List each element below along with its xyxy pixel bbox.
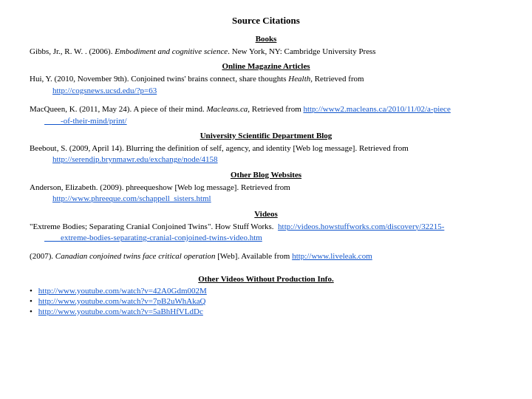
section-other-videos-heading: Other Videos Without Production Info.: [30, 274, 502, 283]
canadian-text: (2007). Canadian conjoined twins face cr…: [30, 251, 372, 260]
hui-link[interactable]: http://cogsnews.ucsd.edu/?p=63: [52, 86, 157, 95]
extreme-bodies-link[interactable]: http://videos.howstuffworks.com/discover…: [44, 222, 444, 242]
page-title: Source Citations: [30, 15, 502, 27]
entry-beebout: Beebout, S. (2009, April 14). Blurring t…: [30, 143, 502, 166]
canadian-link[interactable]: http://www.liveleak.com: [292, 251, 372, 260]
anderson-text: Anderson, Elizabeth. (2009). phreequesho…: [30, 183, 290, 191]
youtube-link-3[interactable]: http://www.youtube.com/watch?v=5aBhHfVLd…: [38, 307, 203, 316]
section-videos-heading: Videos: [30, 209, 502, 218]
beebout-text: Beebout, S. (2009, April 14). Blurring t…: [30, 143, 409, 152]
entry-macqueen: MacQueen, K. (2011, May 24). A piece of …: [30, 103, 502, 126]
youtube-link-2[interactable]: http://www.youtube.com/watch?v=7pB2uWhAk…: [38, 296, 206, 305]
entry-canadian: (2007). Canadian conjoined twins face cr…: [30, 250, 502, 262]
macqueen-text: MacQueen, K. (2011, May 24). A piece of …: [30, 104, 451, 124]
entry-anderson: Anderson, Elizabeth. (2009). phreequesho…: [30, 182, 502, 205]
hui-text: Hui, Y. (2010, November 9th). Conjoined …: [30, 74, 364, 83]
list-item: http://www.youtube.com/watch?v=5aBhHfVLd…: [30, 307, 502, 316]
other-videos-list: http://www.youtube.com/watch?v=42A0Gdm00…: [30, 286, 502, 316]
page-container: Source Citations Books Gibbs, Jr., R. W.…: [0, 0, 532, 332]
entry-hui: Hui, Y. (2010, November 9th). Conjoined …: [30, 73, 502, 96]
entry-extreme-bodies: "Extreme Bodies; Separating Cranial Conj…: [30, 221, 502, 244]
section-other-blogs-heading: Other Blog Websites: [30, 170, 502, 179]
entry-gibbs: Gibbs, Jr., R. W. . (2006). Embodiment a…: [30, 46, 502, 57]
beebout-link[interactable]: http://serendip.brynmawr.edu/exchange/no…: [52, 154, 218, 163]
section-university-blog-heading: University Scientific Department Blog: [30, 131, 502, 140]
anderson-link[interactable]: http://www.phreeque.com/schappell_sister…: [52, 194, 211, 202]
list-item: http://www.youtube.com/watch?v=42A0Gdm00…: [30, 286, 502, 295]
extreme-bodies-text: "Extreme Bodies; Separating Cranial Conj…: [30, 222, 444, 242]
gibbs-text1: Gibbs, Jr., R. W. . (2006). Embodiment a…: [30, 47, 376, 55]
list-item: http://www.youtube.com/watch?v=7pB2uWhAk…: [30, 296, 502, 305]
youtube-link-1[interactable]: http://www.youtube.com/watch?v=42A0Gdm00…: [38, 286, 207, 295]
section-online-magazine-heading: Online Magazine Articles: [30, 61, 502, 70]
section-books-heading: Books: [30, 34, 502, 43]
